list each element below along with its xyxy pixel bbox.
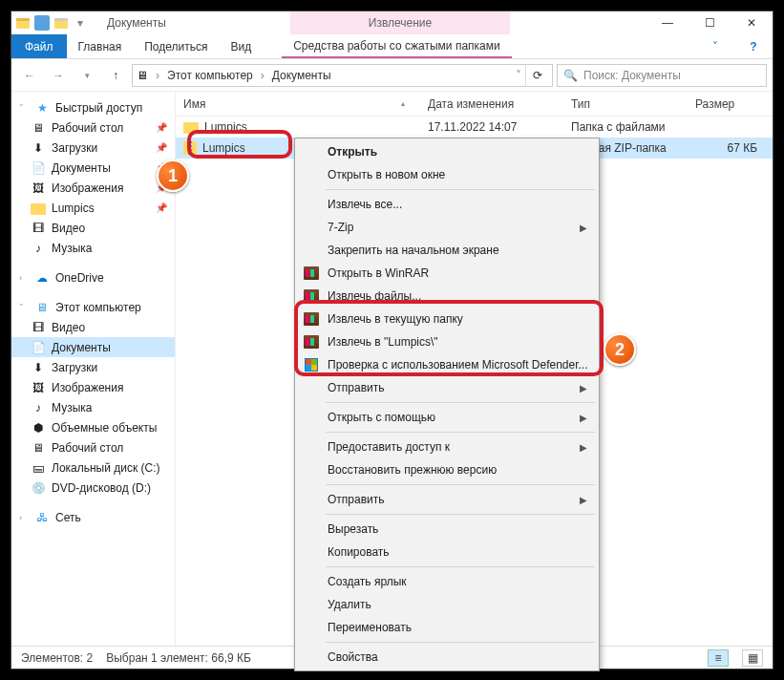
menu-item[interactable]: Извлечь все... (297, 193, 597, 216)
menu-item[interactable]: Открыть (297, 140, 597, 163)
menu-item[interactable]: Вырезать (297, 518, 597, 541)
column-date[interactable]: Дата изменения (420, 92, 563, 116)
menu-item[interactable]: Копировать (297, 541, 597, 563)
menu-item[interactable]: Открыть в новом окне (297, 163, 597, 186)
tab-compressed[interactable]: Средства работы со сжатыми папками (282, 34, 512, 58)
network-icon: 🖧 (34, 510, 50, 525)
tab-home[interactable]: Главная (67, 34, 134, 58)
menu-item[interactable]: Предоставить доступ к▶ (297, 436, 597, 458)
sidebar-quick-access[interactable]: ˅ ★ Быстрый доступ (11, 97, 175, 117)
sidebar-item[interactable]: Lumpics📌 (11, 198, 175, 218)
sidebar-this-pc[interactable]: ˅ 🖥 Этот компьютер (11, 297, 175, 317)
chevron-right-icon[interactable]: › (259, 69, 266, 82)
chevron-right-icon[interactable]: › (19, 513, 29, 522)
explorer-window: ▾ Документы Извлечение — ☐ ✕ Файл Главна… (11, 11, 773, 669)
qat-newfolder-icon[interactable] (53, 15, 69, 31)
menu-item[interactable]: Удалить (297, 593, 597, 616)
sidebar-item[interactable]: 📄Документы (11, 337, 175, 357)
menu-item[interactable]: Восстановить прежнюю версию (297, 458, 597, 481)
sidebar-item[interactable]: 🎞Видео (11, 218, 175, 238)
address-box[interactable]: 🖥 › Этот компьютер › Документы ˅ ⟳ (132, 64, 553, 87)
menu-item-label: Извлечь все... (328, 198, 402, 211)
view-large-button[interactable]: ▦ (742, 649, 763, 667)
sidebar-item[interactable]: 🎞Видео (11, 317, 175, 337)
sidebar-label: OneDrive (55, 271, 104, 285)
menu-item[interactable]: Проверка с использованием Microsoft Defe… (297, 353, 597, 376)
menu-item[interactable]: Открыть в WinRAR (297, 262, 597, 285)
sidebar-item[interactable]: ♪Музыка (11, 397, 175, 417)
ribbon-expand-icon[interactable]: ˅ (696, 34, 734, 58)
sidebar-network[interactable]: › 🖧 Сеть (11, 507, 175, 527)
desktop-icon: 🖥 (31, 440, 46, 456)
refresh-button[interactable]: ⟳ (525, 65, 548, 86)
doc-icon: 📄 (31, 340, 46, 355)
menu-item[interactable]: Отправить▶ (297, 488, 597, 511)
sidebar-item-label: DVD-дисковод (D:) (52, 481, 151, 495)
menu-item[interactable]: Создать ярлык (297, 570, 597, 593)
tab-view[interactable]: Вид (219, 34, 263, 58)
chevron-down-icon[interactable]: ˅ (19, 303, 29, 312)
table-row[interactable]: Lumpics17.11.2022 14:07Папка с файлами (176, 117, 773, 138)
menu-item[interactable]: Открыть с помощью▶ (297, 406, 597, 429)
menu-separator (326, 642, 595, 643)
sidebar-item[interactable]: 💿DVD-дисковод (D:) (11, 478, 175, 498)
column-size[interactable]: Размер (688, 92, 773, 116)
column-type[interactable]: Тип (563, 92, 688, 116)
nav-back-button[interactable]: ← (17, 63, 42, 88)
chevron-down-icon[interactable]: ˅ (514, 69, 523, 82)
sidebar-item[interactable]: 🖥Рабочий стол📌 (11, 117, 175, 138)
nav-recent-button[interactable]: ▾ (74, 63, 99, 88)
help-icon[interactable]: ? (734, 34, 773, 58)
sidebar-item[interactable]: 🖴Локальный диск (C:) (11, 457, 175, 478)
sidebar-item[interactable]: ⬢Объемные объекты (11, 417, 175, 437)
sidebar-item[interactable]: 🖼Изображения📌 (11, 178, 175, 198)
breadcrumb[interactable]: Документы (268, 69, 335, 82)
pc-icon: 🖥 (137, 69, 152, 82)
sort-asc-icon: ▴ (401, 99, 405, 108)
folder-icon (183, 122, 199, 134)
qat-properties-icon[interactable] (34, 15, 50, 31)
menu-item[interactable]: Переименовать (297, 616, 597, 639)
minimize-button[interactable]: — (646, 11, 689, 34)
menu-item-label: Проверка с использованием Microsoft Defe… (328, 358, 588, 372)
view-details-button[interactable]: ≡ (708, 649, 729, 667)
folder-icon (31, 201, 46, 216)
menu-item[interactable]: Свойства (297, 646, 597, 669)
chevron-right-icon: ▶ (580, 383, 587, 393)
nav-forward-button[interactable]: → (46, 63, 71, 88)
menu-item[interactable]: Извлечь в текущую папку (297, 308, 597, 330)
music-icon: ♪ (31, 400, 46, 415)
menu-item[interactable]: Извлечь файлы... (297, 285, 597, 308)
star-icon: ★ (34, 100, 50, 116)
sidebar-item[interactable]: 📄Документы📌 (11, 158, 175, 178)
img-icon: 🖼 (31, 181, 46, 196)
tab-share[interactable]: Поделиться (133, 34, 219, 58)
file-size: 67 КБ (688, 141, 773, 155)
sidebar-onedrive[interactable]: › ☁ OneDrive (11, 267, 175, 287)
menu-item[interactable]: 7-Zip▶ (297, 216, 597, 239)
nav-up-button[interactable]: ↑ (103, 63, 128, 88)
search-input[interactable]: 🔍 Поиск: Документы (557, 64, 767, 87)
sidebar-item-label: Локальный диск (C:) (52, 461, 160, 475)
close-button[interactable]: ✕ (731, 11, 773, 34)
chevron-down-icon[interactable]: ˅ (19, 103, 29, 113)
sidebar-item-label: Музыка (52, 401, 92, 414)
sidebar-item[interactable]: ⬇Загрузки📌 (11, 138, 175, 158)
sidebar-item[interactable]: ♪Музыка (11, 238, 175, 258)
winrar-icon (303, 333, 320, 351)
sidebar-item[interactable]: 🖼Изображения (11, 377, 175, 397)
menu-item[interactable]: Закрепить на начальном экране (297, 239, 597, 262)
qat-dropdown-icon[interactable]: ▾ (73, 15, 88, 31)
menu-item[interactable]: Отправить▶ (297, 376, 597, 399)
chevron-right-icon[interactable]: › (154, 69, 161, 82)
chevron-right-icon[interactable]: › (19, 273, 29, 283)
sidebar-item[interactable]: ⬇Загрузки (11, 357, 175, 377)
menu-item-label: Удалить (328, 598, 371, 611)
menu-item[interactable]: Извлечь в "Lumpics\" (297, 330, 597, 353)
file-tab[interactable]: Файл (11, 34, 67, 58)
breadcrumb[interactable]: Этот компьютер (163, 69, 257, 82)
pin-icon: 📌 (156, 122, 167, 133)
column-name[interactable]: Имя▴ (176, 92, 420, 116)
maximize-button[interactable]: ☐ (689, 11, 731, 34)
sidebar-item[interactable]: 🖥Рабочий стол (11, 437, 175, 457)
